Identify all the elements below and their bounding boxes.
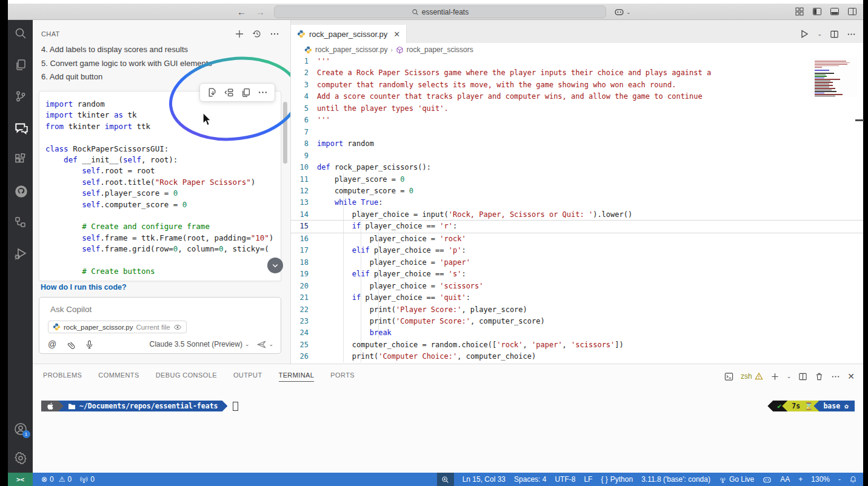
panel-tab[interactable]: PORTS (330, 371, 355, 382)
more-actions-icon[interactable] (831, 372, 840, 381)
editor-code-line[interactable]: 24 break (291, 327, 863, 339)
toggle-sidebar-right-icon[interactable] (847, 7, 857, 16)
python-interpreter[interactable]: 3.11.8 ('base': conda) (641, 475, 710, 484)
insert-at-cursor-icon[interactable] (224, 87, 234, 98)
apply-in-editor-icon[interactable] (207, 87, 217, 98)
editor-code-line[interactable]: 26 print('Computer Choice:', computer_ch… (291, 351, 863, 362)
scroll-to-bottom-button[interactable] (267, 258, 283, 273)
editor-code-line[interactable]: 15 if player_choice == 'r': (291, 220, 863, 233)
model-picker[interactable]: Claude 3.5 Sonnet (Preview) ⌄ (149, 340, 249, 348)
editor-code-line[interactable]: 1''' (291, 56, 863, 67)
remote-indicator[interactable]: >< (8, 473, 33, 486)
run-python-file-icon[interactable] (800, 29, 809, 39)
chat-input-box[interactable]: Ask Copilot rock_paper_scissor.py Curren… (39, 297, 281, 354)
more-actions-icon[interactable] (270, 29, 279, 39)
notifications-bell-icon[interactable] (849, 476, 857, 484)
encoding[interactable]: UTF-8 (555, 475, 575, 484)
editor-code-line[interactable]: 23 print('Computer Score:', computer_sco… (291, 316, 863, 327)
editor-code-line[interactable]: 20 player_choice = 'scissors' (291, 281, 863, 292)
close-panel-icon[interactable]: ✕ (847, 371, 855, 381)
font-size-control[interactable]: AA (780, 475, 790, 484)
editor-code-line[interactable]: 9 (291, 150, 863, 162)
editor-code-line[interactable]: 16 player_choice = 'rock' (291, 233, 863, 245)
extensions-icon[interactable] (13, 152, 28, 167)
panel-tab[interactable]: TERMINAL (279, 371, 315, 382)
remote-explorer-icon[interactable] (13, 215, 28, 230)
more-options-icon[interactable] (258, 87, 268, 98)
new-chat-icon[interactable] (235, 29, 244, 39)
go-live-button[interactable]: Go Live (719, 475, 754, 484)
panel-tab[interactable]: PROBLEMS (43, 371, 82, 382)
editor-code-line[interactable]: 22 print('Player Score:', player_score) (291, 304, 863, 316)
editor-code-line[interactable]: 11 player_score = 0 (291, 174, 863, 185)
problems-indicator[interactable]: ⊗0 ⚠0 (41, 475, 72, 484)
editor-code-line[interactable]: 25 computer_choice = random.choice(['roc… (291, 339, 863, 351)
breadcrumb-file[interactable]: rock_paper_scissor.py (315, 45, 387, 54)
copilot-status-icon[interactable] (763, 475, 772, 484)
split-editor-icon[interactable] (830, 30, 839, 39)
split-terminal-icon[interactable] (798, 372, 807, 381)
run-debug-icon[interactable] (13, 247, 28, 261)
context-file-chip[interactable]: rock_paper_scissor.py Current file (48, 321, 187, 333)
github-icon[interactable] (13, 184, 28, 198)
ports-indicator[interactable]: 0 (80, 475, 95, 484)
followup-suggestion-link[interactable]: How do I run this code? (41, 283, 127, 291)
editor-code-line[interactable]: 21 if player_choice == 'quit': (291, 292, 863, 304)
indentation[interactable]: Spaces: 4 (514, 475, 546, 484)
command-center-search[interactable]: essential-feats (274, 5, 606, 18)
new-terminal-icon[interactable] (770, 372, 780, 381)
copy-icon[interactable] (241, 87, 251, 98)
chevron-down-icon[interactable]: ⌄ (817, 31, 822, 37)
forward-arrow-icon[interactable]: → (256, 7, 265, 17)
settings-gear-icon[interactable] (13, 451, 28, 465)
editor-code-line[interactable]: 13 while True: (291, 197, 863, 208)
editor-code-line[interactable]: 8import random (291, 138, 863, 150)
back-arrow-icon[interactable]: ← (237, 7, 246, 17)
eol-sequence[interactable]: LF (584, 475, 592, 484)
zoom-in-button[interactable]: + (798, 475, 803, 484)
chat-scrollbar[interactable] (283, 102, 287, 164)
minimap[interactable] (811, 58, 857, 97)
chevron-down-icon[interactable]: ⌄ (787, 373, 792, 379)
editor-code-line[interactable]: 3computer that randomly selects its move… (291, 79, 863, 91)
kill-terminal-icon[interactable] (815, 372, 824, 381)
more-actions-icon[interactable] (847, 30, 856, 39)
panel-tab[interactable]: DEBUG CONSOLE (156, 371, 217, 382)
editor-code-line[interactable]: 19 elif player_choice == 's': (291, 268, 863, 280)
editor-code-line[interactable]: 4Add a score counter that tracks player … (291, 91, 863, 102)
editor-tab[interactable]: rock_paper_scissor.py ✕ (291, 25, 407, 43)
zoom-indicator[interactable] (437, 473, 454, 486)
editor-code-line[interactable]: 10def rock_paper_scissors(): (291, 162, 863, 173)
editor-code-line[interactable]: 5until the player types 'quit'. (291, 103, 863, 115)
terminal-instance-label[interactable]: zsh (741, 372, 763, 381)
panel-tab[interactable]: COMMENTS (98, 371, 139, 382)
chat-history-icon[interactable] (252, 29, 262, 39)
terminal[interactable]: ~/Documents/repos/essential-feats ✔ 7s ⌛… (41, 401, 855, 411)
zoom-out-button[interactable]: - (838, 475, 841, 484)
editor-code-line[interactable]: 18 player_choice = 'paper' (291, 257, 863, 268)
customize-layout-icon[interactable] (795, 7, 804, 16)
source-control-icon[interactable] (13, 89, 28, 104)
toggle-panel-icon[interactable] (830, 7, 840, 16)
attach-icon[interactable] (66, 340, 75, 349)
cursor-position[interactable]: Ln 15, Col 33 (462, 475, 506, 484)
zoom-level[interactable]: 130% (811, 475, 830, 484)
send-icon[interactable] (256, 339, 267, 350)
chevron-down-icon[interactable]: ⌄ (269, 341, 273, 347)
breadcrumb-symbol[interactable]: rock_paper_scissors (407, 45, 473, 54)
eye-icon[interactable] (173, 323, 182, 331)
toggle-sidebar-left-icon[interactable] (812, 7, 822, 16)
editor-code-line[interactable]: 14 player_choice = input('Rock, Paper, S… (291, 209, 863, 221)
search-icon[interactable] (13, 26, 28, 41)
copilot-menu-button[interactable]: ⌄ (614, 7, 631, 17)
editor-code-line[interactable]: 12 computer_score = 0 (291, 185, 863, 197)
panel-tab[interactable]: OUTPUT (233, 371, 262, 382)
accounts-icon[interactable]: 1 (13, 422, 28, 436)
editor-code-line[interactable]: 6''' (291, 115, 863, 126)
microphone-icon[interactable] (85, 340, 94, 349)
code-editor[interactable]: 1'''2Create a Rock Paper Scissors game w… (291, 56, 863, 363)
explorer-icon[interactable] (13, 58, 28, 72)
editor-code-line[interactable]: 2Create a Rock Paper Scissors game where… (291, 67, 863, 79)
editor-code-line[interactable]: 17 elif player_choice == 'p': (291, 245, 863, 256)
language-mode[interactable]: { }Python (601, 475, 633, 484)
